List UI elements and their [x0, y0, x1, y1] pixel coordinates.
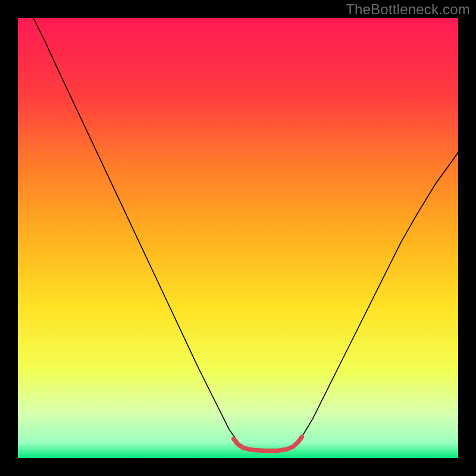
plot-area — [18, 18, 458, 458]
gradient-background — [18, 18, 458, 458]
chart-stage: TheBottleneck.com — [0, 0, 476, 476]
watermark-text: TheBottleneck.com — [346, 1, 470, 18]
plot-svg — [18, 18, 458, 458]
